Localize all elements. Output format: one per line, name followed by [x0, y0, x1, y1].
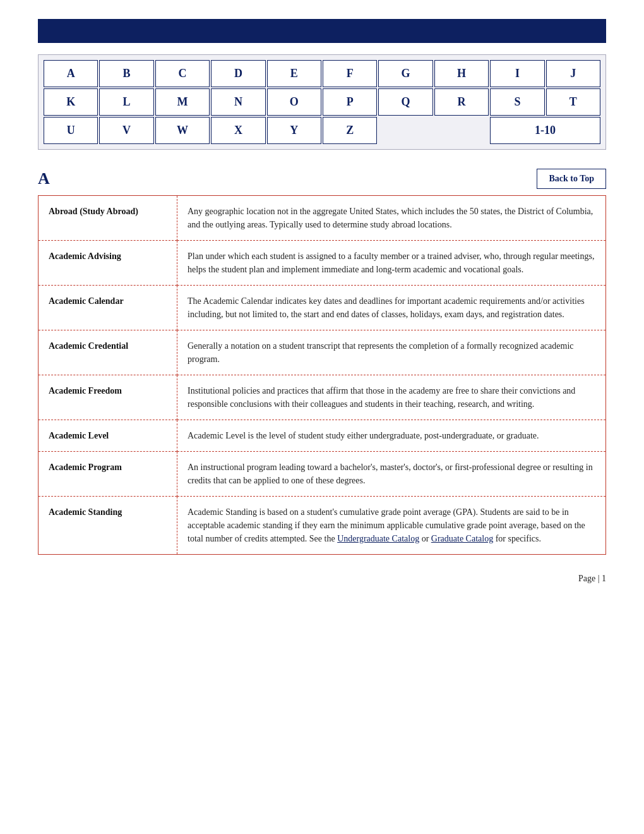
table-row: Academic Calendar The Academic Calendar …	[39, 286, 606, 330]
term-academic-standing: Academic Standing	[39, 497, 177, 555]
alpha-cell-V[interactable]: V	[99, 117, 153, 144]
alpha-cell-C[interactable]: C	[155, 60, 210, 87]
page-number: Page | 1	[578, 574, 606, 583]
alpha-cell-P[interactable]: P	[323, 88, 377, 116]
def-academic-calendar: The Academic Calendar indicates key date…	[177, 286, 606, 330]
section-letter: A	[38, 169, 50, 188]
alpha-cell-B[interactable]: B	[99, 60, 153, 87]
alpha-cell-A[interactable]: A	[44, 60, 98, 87]
alpha-cell-U[interactable]: U	[44, 117, 98, 144]
table-row: Academic Standing Academic Standing is b…	[39, 497, 606, 555]
alpha-cell-empty1	[378, 117, 432, 144]
term-academic-calendar: Academic Calendar	[39, 286, 177, 330]
alpha-cell-W[interactable]: W	[155, 117, 210, 144]
alpha-cell-R[interactable]: R	[434, 88, 489, 116]
alpha-cell-X[interactable]: X	[211, 117, 265, 144]
def-academic-advising: Plan under which each student is assigne…	[177, 241, 606, 286]
def-abroad: Any geographic location not in the aggre…	[177, 196, 606, 241]
alpha-cell-M[interactable]: M	[155, 88, 210, 116]
graduate-catalog-link[interactable]: Graduate Catalog	[431, 534, 493, 543]
section-header-row: A Back to Top	[38, 169, 606, 189]
alpha-cell-empty2	[434, 117, 489, 144]
alpha-cell-1-10[interactable]: 1-10	[490, 117, 600, 144]
term-academic-program: Academic Program	[39, 452, 177, 497]
alpha-cell-O[interactable]: O	[267, 88, 321, 116]
alpha-cell-E[interactable]: E	[267, 60, 321, 87]
undergraduate-catalog-link[interactable]: Undergraduate Catalog	[337, 534, 419, 543]
alpha-cell-K[interactable]: K	[44, 88, 98, 116]
alpha-cell-L[interactable]: L	[99, 88, 153, 116]
term-academic-advising: Academic Advising	[39, 241, 177, 286]
term-academic-freedom: Academic Freedom	[39, 375, 177, 420]
back-to-top-button[interactable]: Back to Top	[537, 169, 606, 189]
term-academic-credential: Academic Credential	[39, 330, 177, 375]
alpha-cell-I[interactable]: I	[490, 60, 544, 87]
table-row: Academic Program An instructional progra…	[39, 452, 606, 497]
page-footer: Page | 1	[38, 574, 606, 584]
alpha-cell-N[interactable]: N	[211, 88, 265, 116]
alphabet-grid-wrapper: A B C D E F G H I J K L M N O P Q R S T …	[38, 54, 606, 150]
alpha-cell-S[interactable]: S	[490, 88, 544, 116]
glossary-table: Abroad (Study Abroad) Any geographic loc…	[38, 195, 606, 555]
table-row: Academic Level Academic Level is the lev…	[39, 420, 606, 452]
alphabet-grid: A B C D E F G H I J K L M N O P Q R S T …	[44, 60, 600, 144]
alpha-cell-Y[interactable]: Y	[267, 117, 321, 144]
alpha-cell-G[interactable]: G	[378, 60, 432, 87]
term-abroad: Abroad (Study Abroad)	[39, 196, 177, 241]
alpha-cell-T[interactable]: T	[546, 88, 600, 116]
table-row: Academic Advising Plan under which each …	[39, 241, 606, 286]
table-row: Abroad (Study Abroad) Any geographic loc…	[39, 196, 606, 241]
def-academic-level: Academic Level is the level of student s…	[177, 420, 606, 452]
def-academic-standing: Academic Standing is based on a student'…	[177, 497, 606, 555]
top-nav-bar	[38, 19, 606, 43]
alpha-cell-J[interactable]: J	[546, 60, 600, 87]
alpha-cell-F[interactable]: F	[323, 60, 377, 87]
alpha-cell-H[interactable]: H	[434, 60, 489, 87]
table-row: Academic Freedom Institutional policies …	[39, 375, 606, 420]
def-academic-program: An instructional program leading toward …	[177, 452, 606, 497]
def-academic-credential: Generally a notation on a student transc…	[177, 330, 606, 375]
table-row: Academic Credential Generally a notation…	[39, 330, 606, 375]
alpha-cell-Z[interactable]: Z	[323, 117, 377, 144]
alpha-cell-D[interactable]: D	[211, 60, 265, 87]
def-academic-freedom: Institutional policies and practices tha…	[177, 375, 606, 420]
term-academic-level: Academic Level	[39, 420, 177, 452]
alpha-cell-Q[interactable]: Q	[378, 88, 432, 116]
